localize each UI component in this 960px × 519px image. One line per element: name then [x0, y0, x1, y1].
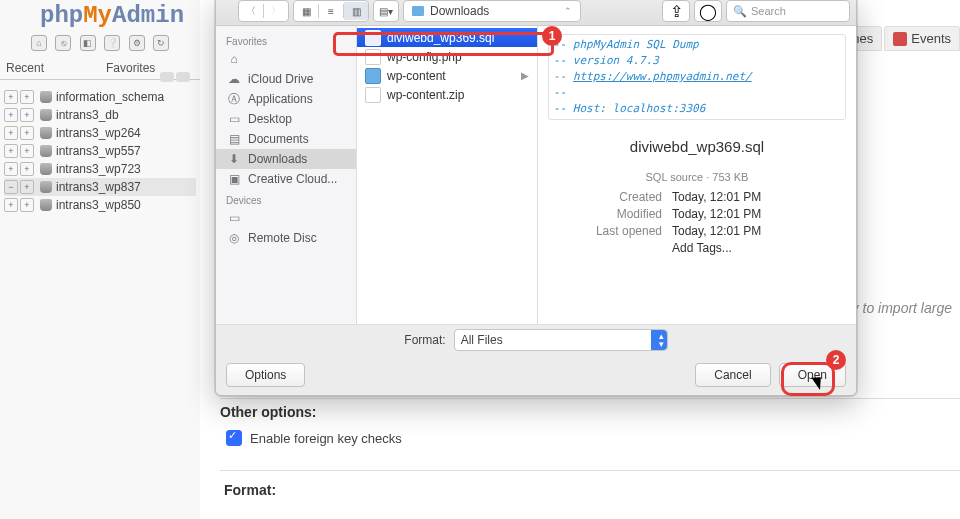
sidebar-heading-devices: Devices — [216, 189, 356, 208]
sidebar-item[interactable]: ◎Remote Disc — [216, 228, 356, 248]
pma-mini-toolbar: ⌂ ⎋ ◧ ❔ ⚙ ↻ — [0, 32, 200, 51]
docs-icon[interactable]: ❔ — [104, 35, 120, 51]
finder-sidebar: Favorites ⌂☁iCloud DriveⒶApplications▭De… — [216, 26, 357, 325]
logo-part-admin: Admin — [112, 2, 184, 29]
column-view-button[interactable]: ▥ — [344, 2, 368, 20]
preview-source-line: SQL source · 753 KB — [552, 171, 842, 183]
format-heading: Format: — [224, 482, 276, 498]
meta-opened-val: Today, 12:01 PM — [672, 224, 842, 238]
tag-button[interactable]: ◯ — [694, 0, 722, 22]
icon-view-button[interactable]: ▦ — [294, 2, 318, 20]
cancel-button[interactable]: Cancel — [695, 363, 770, 387]
db-tree-item[interactable]: ++intrans3_wp264 — [4, 124, 196, 142]
home-icon[interactable]: ⌂ — [31, 35, 47, 51]
sidebar-item[interactable]: ⌂ — [216, 49, 356, 69]
options-button[interactable]: Options — [226, 363, 305, 387]
fkc-label: Enable foreign key checks — [250, 431, 402, 446]
file-item[interactable]: wp-content▶ — [357, 66, 537, 85]
forward-button[interactable]: 〉 — [264, 2, 288, 20]
dialog-footer: Options Cancel Open — [216, 355, 856, 395]
expand-icon[interactable]: + — [4, 90, 18, 104]
file-list-column[interactable]: diviwebd_wp369.sqlwp-config.phpwp-conten… — [357, 26, 538, 325]
sidebar-item[interactable]: ⒶApplications — [216, 89, 356, 109]
sidebar-item[interactable]: ▤Documents — [216, 129, 356, 149]
expand-icon[interactable]: + — [20, 198, 34, 212]
expand-icon[interactable]: + — [4, 108, 18, 122]
file-icon — [365, 30, 381, 46]
settings-icon[interactable]: ⚙ — [129, 35, 145, 51]
search-field[interactable]: 🔍 Search — [726, 0, 850, 22]
meta-created-key: Created — [552, 190, 662, 204]
db-label: information_schema — [56, 90, 164, 104]
arrange-menu[interactable]: ▤▾ — [373, 0, 399, 22]
format-value: All Files — [461, 333, 503, 347]
expand-icon[interactable]: + — [4, 126, 18, 140]
db-tree-item[interactable]: ++information_schema — [4, 88, 196, 106]
back-button[interactable]: 〈 — [239, 2, 263, 20]
nav-events[interactable]: Events — [884, 26, 960, 51]
sidebar-item[interactable]: ☁iCloud Drive — [216, 69, 356, 89]
sidebar-heading-favorites: Favorites — [216, 30, 356, 49]
expand-icon[interactable]: + — [4, 162, 18, 176]
list-view-button[interactable]: ≡ — [319, 2, 343, 20]
nav-back-forward: 〈 〉 — [238, 0, 289, 22]
expand-icon[interactable]: + — [20, 144, 34, 158]
expand-icon[interactable]: − — [4, 180, 18, 194]
sidebar-item-label: Documents — [248, 132, 309, 146]
logo-part-php: php — [40, 2, 83, 29]
database-icon — [40, 145, 52, 157]
expand-icon[interactable]: + — [4, 144, 18, 158]
database-tree[interactable]: ++information_schema++intrans3_db++intra… — [0, 80, 200, 214]
preview-pane: -- phpMyAdmin SQL Dump-- version 4.7.3--… — [538, 26, 856, 325]
sidebar-item[interactable]: ⬇Downloads — [216, 149, 356, 169]
sidebar-item-label: Downloads — [248, 152, 307, 166]
events-icon — [893, 32, 907, 46]
db-tree-item[interactable]: ++intrans3_db — [4, 106, 196, 124]
fkc-checkbox[interactable] — [226, 430, 242, 446]
path-selector[interactable]: Downloads ⌃ — [403, 0, 581, 22]
share-button[interactable]: ⇪ — [662, 0, 690, 22]
format-select[interactable]: All Files ▴▾ — [454, 329, 668, 351]
disc-icon: ◎ — [226, 231, 242, 245]
sidebar-item[interactable]: ▣Creative Cloud... — [216, 169, 356, 189]
expand-icon[interactable]: + — [20, 90, 34, 104]
apps-icon: Ⓐ — [226, 92, 242, 106]
sql-icon[interactable]: ◧ — [80, 35, 96, 51]
db-tree-item[interactable]: ++intrans3_wp723 — [4, 160, 196, 178]
meta-created-val: Today, 12:01 PM — [672, 190, 842, 204]
file-label: wp-config.php — [387, 50, 462, 64]
database-icon — [40, 199, 52, 211]
sidebar-item[interactable]: ▭ — [216, 208, 356, 228]
expand-icon[interactable]: + — [4, 198, 18, 212]
add-tags-link[interactable]: Add Tags... — [672, 241, 842, 255]
db-label: intrans3_wp723 — [56, 162, 141, 176]
expand-icon[interactable]: + — [20, 108, 34, 122]
file-item[interactable]: wp-config.php — [357, 47, 537, 66]
mac-icon: ▭ — [226, 211, 242, 225]
dialog-body: Favorites ⌂☁iCloud DriveⒶApplications▭De… — [216, 26, 856, 325]
sidebar-item[interactable]: ▭Desktop — [216, 109, 356, 129]
expand-icon[interactable]: + — [20, 180, 34, 194]
logo-part-my: My — [83, 2, 112, 29]
db-tree-item[interactable]: ++intrans3_wp557 — [4, 142, 196, 160]
down-icon: ⬇ — [226, 152, 242, 166]
tab-recent[interactable]: Recent — [0, 57, 100, 79]
file-item[interactable]: diviwebd_wp369.sql — [357, 28, 537, 47]
database-icon — [40, 163, 52, 175]
db-tree-item[interactable]: −+intrans3_wp837 — [4, 178, 196, 196]
file-icon — [365, 49, 381, 65]
db-tree-item[interactable]: ++intrans3_wp850 — [4, 196, 196, 214]
file-label: wp-content.zip — [387, 88, 464, 102]
database-icon — [40, 127, 52, 139]
meta-modified-val: Today, 12:01 PM — [672, 207, 842, 221]
home-icon: ⌂ — [226, 52, 242, 66]
logout-icon[interactable]: ⎋ — [55, 35, 71, 51]
other-options-heading: Other options: — [220, 404, 316, 420]
file-item[interactable]: wp-content.zip — [357, 85, 537, 104]
meta-opened-key: Last opened — [552, 224, 662, 238]
enable-fkc-row[interactable]: Enable foreign key checks — [226, 430, 402, 446]
expand-icon[interactable]: + — [20, 126, 34, 140]
reload-icon[interactable]: ↻ — [153, 35, 169, 51]
expand-icon[interactable]: + — [20, 162, 34, 176]
preview-filename: diviwebd_wp369.sql — [538, 138, 856, 155]
